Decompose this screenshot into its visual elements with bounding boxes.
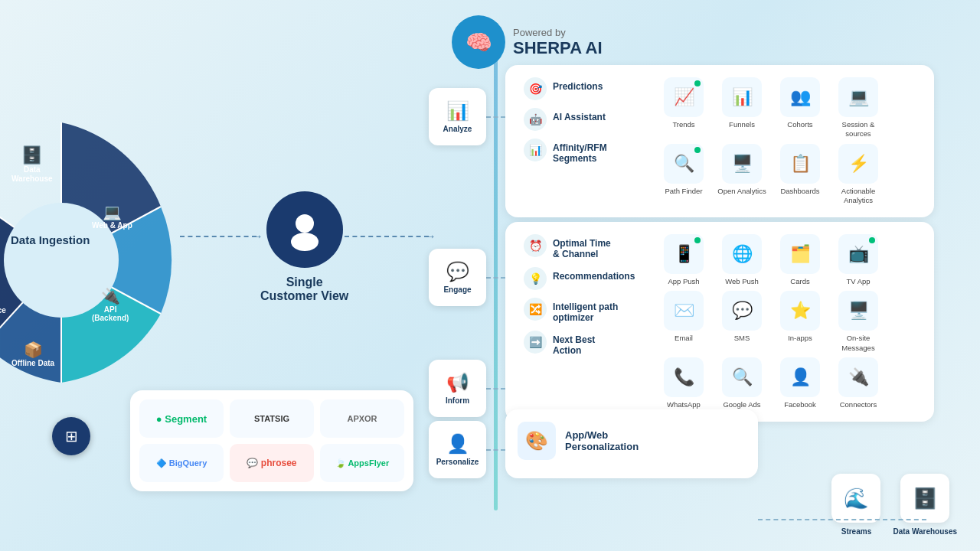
app-marketplace-icon-btn[interactable]: ⊞ (52, 417, 90, 455)
segment-api-backend[interactable]: 🔌 API(Backend) (92, 287, 129, 322)
feature-recommendations[interactable]: 💡 Recommendations (518, 267, 648, 290)
partner-phrosee[interactable]: 💬 phrosee (230, 444, 314, 482)
feature-ai-assistant[interactable]: 🤖 AI Assistant (518, 108, 648, 131)
analyze-button[interactable]: 📊 Analyze (429, 88, 486, 145)
icon-sms[interactable]: 💬 SMS (715, 291, 769, 353)
partner-segment[interactable]: ● Segment (139, 399, 224, 438)
segment-data-warehouse[interactable]: 🗄️ DataWarehouse (11, 145, 53, 184)
brand-text: SHERPA AI (513, 38, 603, 58)
segment-app-marketplace[interactable]: 🛒 AppMarketplace (0, 279, 6, 315)
output-items: 🌊 Streams 🗄️ Data Warehouses (831, 474, 957, 536)
icon-on-site-messages[interactable]: 🖥️ On-site Messages (831, 291, 885, 353)
inform-button[interactable]: 📢 Inform (429, 360, 486, 417)
svg-point-7 (296, 214, 314, 233)
svg-point-8 (291, 233, 318, 251)
partner-bigquery[interactable]: 🔷 BigQuery (139, 444, 224, 482)
icon-tv-app[interactable]: 📺 TV App (831, 234, 885, 286)
icon-session-sources[interactable]: 💻 Session & sources (831, 77, 885, 139)
partner-statsig[interactable]: STATSIG (230, 399, 314, 438)
icon-whatsapp[interactable]: 📞 WhatsApp (657, 357, 710, 409)
personalize-feature-icon: 🎨 (518, 422, 556, 460)
icon-google-ads[interactable]: 🔍 Google Ads (715, 357, 769, 409)
analyze-box: 🎯 Predictions 🤖 AI Assistant 📊 Affinity/… (505, 65, 934, 217)
icon-web-push[interactable]: 🌐 Web Push (715, 234, 769, 286)
feature-next-best[interactable]: ➡️ Next Best Action (518, 331, 648, 356)
icon-open-analytics[interactable]: 🖥️ Open Analytics (715, 144, 769, 206)
personalize-feature-text: App/WebPersonalization (565, 429, 639, 452)
right-arrow-line (345, 236, 429, 237)
sherpa-badge: 🧠 Powered by SHERPA AI (452, 15, 603, 69)
icon-email[interactable]: ✉️ Email (657, 291, 710, 353)
engage-button[interactable]: 💬 Engage (429, 249, 486, 306)
engage-box: ⏰ Optimal Time & Channel 💡 Recommendatio… (505, 222, 934, 422)
icon-connectors[interactable]: 🔌 Connectors (831, 357, 885, 409)
partner-apxor[interactable]: APXOR (320, 399, 404, 438)
icon-app-push[interactable]: 📱 App Push (657, 234, 710, 286)
partner-appsflyer[interactable]: 🍃 AppsFlyer (320, 444, 404, 482)
icon-cards[interactable]: 🗂️ Cards (773, 234, 827, 286)
feature-predictions[interactable]: 🎯 Predictions (518, 77, 648, 100)
personalize-box: 🎨 App/WebPersonalization (505, 409, 758, 478)
feature-intelligent-path[interactable]: 🔀 Intelligent path optimizer (518, 298, 648, 323)
icon-dashboards[interactable]: 📋 Dashboards (773, 144, 827, 206)
accent-bar (494, 55, 498, 510)
icon-actionable-analytics[interactable]: ⚡ Actionable Analytics (831, 144, 885, 206)
icon-path-finder[interactable]: 🔍 Path Finder (657, 144, 710, 206)
icon-facebook[interactable]: 👤 Facebook (773, 357, 827, 409)
main-panel: 🎯 Predictions 🤖 AI Assistant 📊 Affinity/… (459, 65, 949, 540)
output-data-warehouses[interactable]: 🗄️ Data Warehouses (893, 474, 957, 536)
icon-cohorts[interactable]: 👥 Cohorts (773, 77, 827, 139)
icon-funnels[interactable]: 📊 Funnels (715, 77, 769, 139)
segment-offline-data[interactable]: 📦 Offline Data (11, 341, 54, 367)
engage-connector (486, 277, 505, 279)
output-streams[interactable]: 🌊 Streams (831, 474, 880, 536)
left-arrow-line (180, 236, 256, 237)
customer-avatar (266, 191, 343, 268)
customer-view-title: Single Customer View (260, 276, 348, 303)
segment-web-app[interactable]: 💻 Web & App (92, 203, 132, 230)
personalize-button[interactable]: 👤 Personalize (429, 421, 486, 478)
partner-logos-box: ● Segment STATSIG APXOR 🔷 BigQuery 💬 phr… (130, 390, 413, 491)
personalize-connector (486, 449, 505, 451)
icon-trends[interactable]: 📈 Trends (657, 77, 710, 139)
sherpa-circle: 🧠 (452, 15, 505, 69)
inform-connector (486, 388, 505, 390)
analyze-connector (486, 116, 505, 118)
output-connector-line (758, 519, 926, 520)
data-ingestion-label: Data Ingestion (11, 233, 90, 246)
customer-view: Single Customer View (260, 191, 348, 303)
feature-affinity-rfm[interactable]: 📊 Affinity/RFM Segments (518, 139, 648, 164)
powered-by-text: Powered by (513, 27, 603, 38)
icon-in-apps[interactable]: ⭐ In-apps (773, 291, 827, 353)
feature-optimal-time[interactable]: ⏰ Optimal Time & Channel (518, 234, 648, 259)
